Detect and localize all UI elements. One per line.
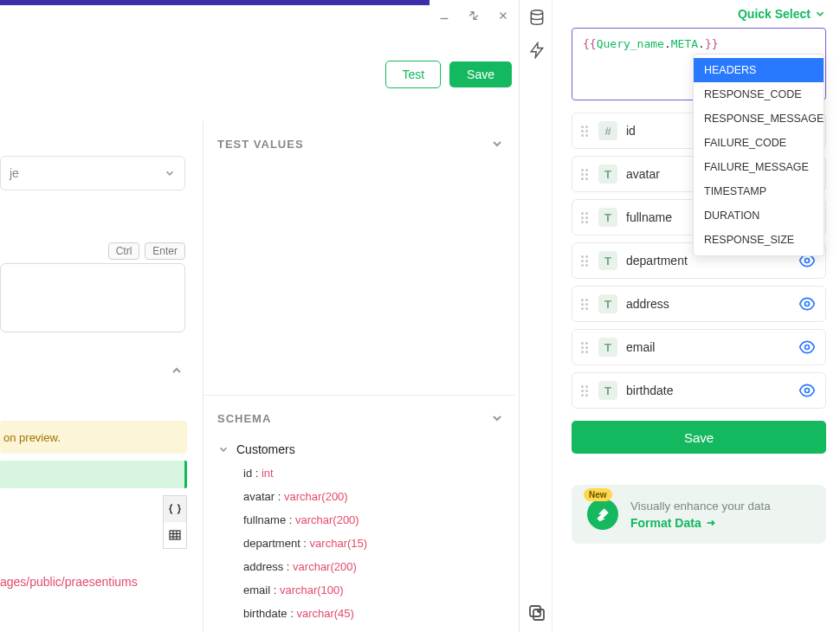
chevron-down-icon — [164, 167, 176, 179]
type-chip: T — [598, 294, 617, 313]
select-value: je — [10, 166, 19, 180]
drag-handle-icon[interactable] — [581, 126, 590, 137]
field-row[interactable]: Temail — [572, 329, 826, 365]
svg-point-17 — [805, 389, 810, 393]
column-name: fullname : — [243, 513, 295, 526]
drag-handle-icon[interactable] — [581, 255, 590, 267]
collapse-button[interactable] — [170, 364, 184, 380]
view-mode-stack — [163, 495, 187, 549]
column-name: avatar : — [243, 490, 284, 503]
test-values-title: TEST VALUES — [217, 138, 304, 151]
column-type: varchar(200) — [284, 490, 348, 503]
column-name: birthdate : — [243, 607, 296, 620]
drag-handle-icon[interactable] — [581, 342, 590, 353]
autocomplete-item[interactable]: RESPONSE_SIZE — [694, 228, 824, 252]
schema-column: avatar : varchar(200) — [214, 485, 516, 508]
schema-table-row[interactable]: Customers — [214, 437, 516, 461]
key-hint-ctrl: Ctrl — [108, 242, 140, 260]
field-label: email — [626, 340, 789, 354]
drag-handle-icon[interactable] — [581, 385, 590, 397]
drag-handle-icon[interactable] — [581, 169, 590, 180]
dot: . — [698, 37, 705, 50]
schema-column: fullname : varchar(200) — [214, 508, 516, 532]
arrow-right-icon — [705, 517, 717, 529]
promo-card: New Visually enhance your data Format Da… — [572, 485, 826, 544]
type-chip: T — [598, 251, 617, 270]
autocomplete-item[interactable]: RESPONSE_MESSAGE — [694, 106, 824, 131]
autocomplete-item[interactable]: DURATION — [694, 203, 824, 228]
type-chip: T — [598, 338, 617, 357]
dot: . — [664, 37, 671, 50]
schema-table-name: Customers — [236, 442, 295, 456]
field-label: birthdate — [626, 384, 789, 397]
schema-header[interactable]: SCHEMA — [204, 396, 516, 432]
expr-meta: META — [671, 37, 698, 50]
schema-column: id : int — [214, 461, 516, 485]
query-toolbar: Test Save — [385, 61, 512, 88]
key-hint-enter: Enter — [145, 242, 185, 260]
drag-handle-icon[interactable] — [581, 299, 590, 310]
save-wide-button[interactable]: Save — [572, 421, 826, 454]
json-view-button[interactable] — [164, 496, 186, 522]
table-view-button[interactable] — [164, 522, 186, 548]
url-fragment-text: ages/public/praesentiums — [0, 575, 138, 589]
visibility-toggle-icon[interactable] — [798, 339, 817, 356]
field-label: address — [626, 297, 789, 311]
schema-column: department : varchar(15) — [214, 532, 516, 555]
chevron-down-icon — [217, 443, 229, 455]
window-controls — [432, 5, 515, 26]
type-chip: T — [598, 208, 617, 227]
autocomplete-popup: HEADERSRESPONSE_CODERESPONSE_MESSAGEFAIL… — [693, 54, 824, 256]
schema-table-row[interactable] — [214, 629, 516, 632]
svg-marker-9 — [531, 43, 542, 58]
column-type: varchar(100) — [280, 584, 344, 597]
field-row[interactable]: Taddress — [572, 286, 826, 322]
chevron-down-icon — [490, 411, 504, 425]
column-name: id : — [243, 467, 262, 480]
brace-open: {{ — [583, 37, 597, 50]
drag-handle-icon[interactable] — [581, 212, 590, 223]
column-type: varchar(45) — [296, 607, 353, 620]
column-type: int — [262, 467, 274, 480]
quick-select-label: Quick Select — [738, 7, 811, 21]
schema-title: SCHEMA — [217, 412, 271, 425]
visibility-toggle-icon[interactable] — [798, 382, 817, 399]
left-window: Test Save je Ctrl Enter on preview. ages… — [0, 0, 520, 632]
datasource-select[interactable]: je — [0, 156, 185, 190]
autocomplete-item[interactable]: TIMESTAMP — [694, 179, 824, 203]
close-button[interactable] — [496, 9, 510, 23]
copy-button[interactable] — [527, 603, 547, 623]
new-badge: New — [584, 488, 612, 501]
svg-point-8 — [531, 10, 542, 15]
column-name: address : — [243, 560, 293, 573]
column-type: varchar(200) — [293, 560, 357, 573]
chevron-down-icon — [490, 137, 504, 151]
field-row[interactable]: Tbirthdate — [572, 372, 826, 409]
success-banner — [0, 461, 187, 488]
chevron-down-icon — [814, 8, 826, 20]
svg-point-16 — [805, 345, 810, 350]
save-button[interactable]: Save — [449, 61, 512, 87]
maximize-button[interactable] — [467, 9, 481, 23]
minimize-button[interactable] — [437, 9, 451, 23]
promo-text: Visually enhance your data Format Data — [630, 500, 771, 530]
lightning-tab-button[interactable] — [527, 40, 547, 61]
visibility-toggle-icon[interactable] — [798, 295, 817, 313]
promo-title: Visually enhance your data — [630, 500, 771, 513]
database-tab-button[interactable] — [527, 7, 547, 28]
autocomplete-item[interactable]: RESPONSE_CODE — [694, 82, 824, 106]
query-textarea[interactable] — [0, 263, 185, 332]
autocomplete-item[interactable]: FAILURE_CODE — [694, 131, 824, 155]
key-hints: Ctrl Enter — [108, 242, 185, 260]
promo-link-label: Format Data — [630, 516, 701, 530]
left-fragment: je Ctrl Enter on preview. ages/public/pr… — [0, 156, 187, 632]
test-values-header[interactable]: TEST VALUES — [204, 121, 516, 158]
autocomplete-item[interactable]: FAILURE_MESSAGE — [694, 155, 824, 179]
type-chip: # — [598, 121, 617, 140]
autocomplete-item[interactable]: HEADERS — [694, 58, 824, 82]
promo-link[interactable]: Format Data — [630, 516, 771, 530]
vertical-rail-bottom — [521, 603, 552, 623]
test-button[interactable]: Test — [385, 61, 441, 88]
test-values-body — [204, 158, 516, 393]
quick-select-button[interactable]: Quick Select — [572, 5, 826, 28]
